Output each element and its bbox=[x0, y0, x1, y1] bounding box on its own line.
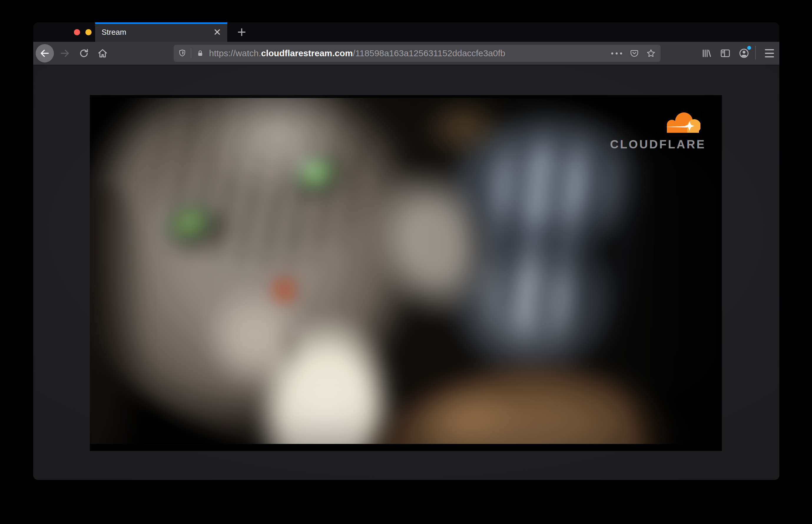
sidebar-button[interactable] bbox=[719, 48, 731, 59]
library-icon bbox=[701, 48, 712, 59]
tab-close-icon[interactable]: × bbox=[212, 26, 222, 38]
window-minimize-button[interactable] bbox=[85, 29, 92, 35]
cloudflare-logo: CLOUDFLARE bbox=[610, 111, 704, 151]
toolbar-divider bbox=[755, 46, 756, 60]
home-icon bbox=[97, 48, 108, 59]
tracking-shield-icon[interactable] bbox=[178, 49, 186, 58]
tab-title: Stream bbox=[101, 28, 212, 37]
library-button[interactable] bbox=[701, 48, 712, 59]
url-bar[interactable]: https://watch. cloudflarestream.com /118… bbox=[174, 45, 661, 62]
window-close-button[interactable] bbox=[74, 29, 80, 35]
browser-window: Stream × + bbox=[33, 22, 779, 480]
page-actions-icon[interactable] bbox=[611, 52, 623, 54]
home-button[interactable] bbox=[97, 48, 108, 59]
page-content: CLOUDFLARE bbox=[33, 65, 779, 480]
forward-button[interactable] bbox=[60, 48, 70, 59]
tab-stream[interactable]: Stream × bbox=[95, 22, 227, 42]
cloudflare-cloud-icon bbox=[656, 111, 704, 134]
pocket-icon[interactable] bbox=[630, 49, 639, 58]
back-button[interactable] bbox=[36, 44, 54, 62]
url-path: /118598a163a125631152ddaccfe3a0fb bbox=[353, 48, 505, 58]
url-domain: cloudflarestream.com bbox=[261, 48, 353, 58]
account-button[interactable] bbox=[738, 48, 750, 59]
refresh-icon bbox=[79, 48, 89, 59]
url-scheme-host: https://watch. bbox=[209, 48, 261, 58]
account-notification-dot bbox=[747, 46, 751, 50]
url-text: https://watch. cloudflarestream.com /118… bbox=[209, 48, 605, 58]
video-player[interactable]: CLOUDFLARE bbox=[90, 95, 722, 451]
urlbar-divider bbox=[191, 48, 191, 58]
cloudflare-logo-text: CLOUDFLARE bbox=[610, 138, 704, 151]
forward-icon bbox=[60, 48, 70, 59]
hamburger-menu-icon bbox=[765, 49, 774, 58]
sidebar-icon bbox=[720, 48, 731, 59]
urlbar-actions bbox=[611, 48, 656, 58]
bookmark-star-icon[interactable] bbox=[646, 48, 656, 58]
menu-button[interactable] bbox=[763, 49, 775, 58]
lock-icon[interactable] bbox=[196, 49, 204, 58]
refresh-button[interactable] bbox=[78, 48, 90, 59]
tab-bar: Stream × + bbox=[33, 22, 779, 42]
navigation-toolbar: https://watch. cloudflarestream.com /118… bbox=[33, 42, 779, 65]
back-icon bbox=[39, 48, 50, 59]
new-tab-button[interactable]: + bbox=[231, 22, 252, 42]
